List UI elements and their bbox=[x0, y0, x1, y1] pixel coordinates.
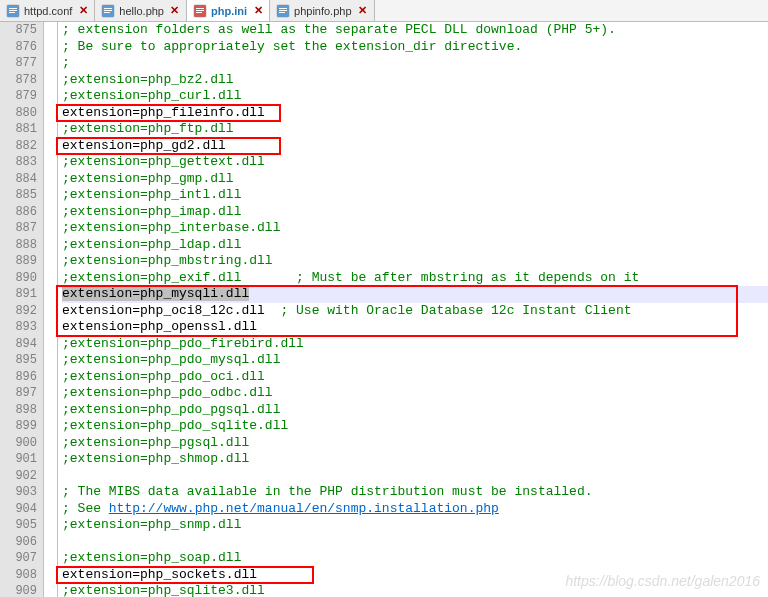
line-number: 901 bbox=[0, 451, 37, 468]
fold-marker bbox=[44, 352, 57, 369]
code-line[interactable]: ; bbox=[62, 55, 768, 72]
fold-marker bbox=[44, 303, 57, 320]
fold-marker bbox=[44, 319, 57, 336]
line-number: 890 bbox=[0, 270, 37, 287]
line-number: 878 bbox=[0, 72, 37, 89]
fold-marker bbox=[44, 517, 57, 534]
code-line[interactable]: ;extension=php_gmp.dll bbox=[62, 171, 768, 188]
svg-rect-1 bbox=[9, 8, 17, 9]
tab-hello-php[interactable]: hello.php✕ bbox=[95, 0, 187, 21]
svg-rect-15 bbox=[279, 12, 285, 13]
line-number: 894 bbox=[0, 336, 37, 353]
code-line[interactable]: ;extension=php_ldap.dll bbox=[62, 237, 768, 254]
line-number: 883 bbox=[0, 154, 37, 171]
code-line[interactable]: extension=php_fileinfo.dll bbox=[62, 105, 768, 122]
fold-marker bbox=[44, 550, 57, 567]
code-line[interactable]: ;extension=php_soap.dll bbox=[62, 550, 768, 567]
code-line[interactable]: ;extension=php_pdo_sqlite.dll bbox=[62, 418, 768, 435]
close-icon[interactable]: ✕ bbox=[170, 4, 180, 17]
tab-phpinfo-php[interactable]: phpinfo.php✕ bbox=[270, 0, 375, 21]
tab-php-ini[interactable]: php.ini✕ bbox=[187, 0, 270, 21]
code-line[interactable]: ;extension=php_mbstring.dll bbox=[62, 253, 768, 270]
tab-bar: httpd.conf✕hello.php✕php.ini✕phpinfo.php… bbox=[0, 0, 768, 22]
code-line[interactable] bbox=[62, 468, 768, 485]
fold-marker bbox=[44, 88, 57, 105]
fold-marker bbox=[44, 105, 57, 122]
code-line[interactable]: ; extension folders as well as the separ… bbox=[62, 22, 768, 39]
line-number: 907 bbox=[0, 550, 37, 567]
fold-marker bbox=[44, 286, 57, 303]
code-line[interactable]: ;extension=php_pdo_odbc.dll bbox=[62, 385, 768, 402]
code-line[interactable]: ;extension=php_imap.dll bbox=[62, 204, 768, 221]
code-line[interactable]: ;extension=php_pdo_oci.dll bbox=[62, 369, 768, 386]
line-number: 893 bbox=[0, 319, 37, 336]
code-line[interactable]: ;extension=php_ftp.dll bbox=[62, 121, 768, 138]
fold-marker bbox=[44, 484, 57, 501]
fold-marker bbox=[44, 270, 57, 287]
fold-marker bbox=[44, 72, 57, 89]
code-line[interactable]: ;extension=php_shmop.dll bbox=[62, 451, 768, 468]
close-icon[interactable]: ✕ bbox=[358, 4, 368, 17]
fold-marker bbox=[44, 468, 57, 485]
close-icon[interactable]: ✕ bbox=[78, 4, 88, 17]
svg-rect-5 bbox=[104, 8, 112, 9]
code-line[interactable]: ;extension=php_exif.dll ; Must be after … bbox=[62, 270, 768, 287]
code-line[interactable]: ;extension=php_pdo_mysql.dll bbox=[62, 352, 768, 369]
code-line[interactable]: ;extension=php_interbase.dll bbox=[62, 220, 768, 237]
svg-rect-3 bbox=[9, 12, 15, 13]
fold-marker bbox=[44, 204, 57, 221]
svg-rect-7 bbox=[104, 12, 110, 13]
line-number: 892 bbox=[0, 303, 37, 320]
fold-marker bbox=[44, 253, 57, 270]
code-line[interactable]: extension=php_oci8_12c.dll ; Use with Or… bbox=[62, 303, 768, 320]
line-number: 875 bbox=[0, 22, 37, 39]
fold-marker bbox=[44, 418, 57, 435]
line-number: 905 bbox=[0, 517, 37, 534]
fold-marker bbox=[44, 220, 57, 237]
code-line[interactable]: extension=php_mysqli.dll bbox=[62, 286, 768, 303]
fold-marker bbox=[44, 154, 57, 171]
line-number: 897 bbox=[0, 385, 37, 402]
line-number: 904 bbox=[0, 501, 37, 518]
line-number: 882 bbox=[0, 138, 37, 155]
code-line[interactable]: extension=php_gd2.dll bbox=[62, 138, 768, 155]
line-number: 908 bbox=[0, 567, 37, 584]
code-line[interactable]: ;extension=php_bz2.dll bbox=[62, 72, 768, 89]
code-line[interactable]: ;extension=php_curl.dll bbox=[62, 88, 768, 105]
code-line[interactable]: ;extension=php_snmp.dll bbox=[62, 517, 768, 534]
code-line[interactable]: ;extension=php_gettext.dll bbox=[62, 154, 768, 171]
svg-rect-11 bbox=[196, 12, 202, 13]
code-line[interactable]: ;extension=php_pgsql.dll bbox=[62, 435, 768, 452]
editor-area: 8758768778788798808818828838848858868878… bbox=[0, 22, 768, 597]
code-line[interactable] bbox=[62, 534, 768, 551]
line-number: 886 bbox=[0, 204, 37, 221]
line-number: 900 bbox=[0, 435, 37, 452]
code-line[interactable]: ;extension=php_pdo_pgsql.dll bbox=[62, 402, 768, 419]
line-number: 891 bbox=[0, 286, 37, 303]
code-line[interactable]: ;extension=php_intl.dll bbox=[62, 187, 768, 204]
line-number: 885 bbox=[0, 187, 37, 204]
line-number: 906 bbox=[0, 534, 37, 551]
line-number: 881 bbox=[0, 121, 37, 138]
code-line[interactable]: ; See http://www.php.net/manual/en/snmp.… bbox=[62, 501, 768, 518]
code-line[interactable]: ; The MIBS data available in the PHP dis… bbox=[62, 484, 768, 501]
code-line[interactable]: extension=php_openssl.dll bbox=[62, 319, 768, 336]
line-number: 899 bbox=[0, 418, 37, 435]
line-number: 909 bbox=[0, 583, 37, 597]
code-line[interactable]: ; Be sure to appropriately set the exten… bbox=[62, 39, 768, 56]
tab-httpd-conf[interactable]: httpd.conf✕ bbox=[0, 0, 95, 21]
svg-rect-10 bbox=[196, 10, 204, 11]
line-number: 896 bbox=[0, 369, 37, 386]
tab-label: httpd.conf bbox=[24, 5, 72, 17]
code-area[interactable]: ; extension folders as well as the separ… bbox=[58, 22, 768, 597]
fold-marker bbox=[44, 402, 57, 419]
line-number: 902 bbox=[0, 468, 37, 485]
line-number: 895 bbox=[0, 352, 37, 369]
line-number: 887 bbox=[0, 220, 37, 237]
fold-marker bbox=[44, 336, 57, 353]
fold-marker bbox=[44, 237, 57, 254]
file-red-icon bbox=[193, 4, 207, 18]
svg-rect-9 bbox=[196, 8, 204, 9]
close-icon[interactable]: ✕ bbox=[253, 4, 263, 17]
code-line[interactable]: ;extension=php_pdo_firebird.dll bbox=[62, 336, 768, 353]
